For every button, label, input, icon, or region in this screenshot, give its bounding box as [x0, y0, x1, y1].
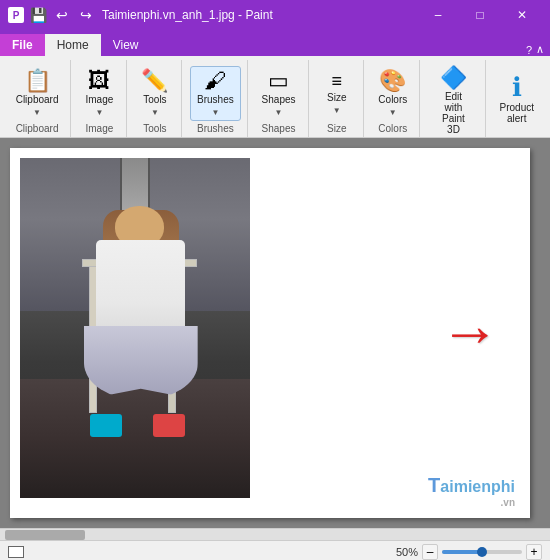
canvas-arrow: →	[440, 303, 500, 363]
ribbon-group-tools: ✏️ Tools ▼ Tools	[129, 60, 183, 137]
minimize-button[interactable]: –	[418, 0, 458, 30]
clipboard-button[interactable]: 📋 Clipboard ▼	[10, 67, 65, 120]
tab-home[interactable]: Home	[45, 34, 101, 56]
tools-button[interactable]: ✏️ Tools ▼	[135, 67, 175, 120]
tab-view[interactable]: View	[101, 34, 151, 56]
canvas-image	[20, 158, 250, 498]
colors-icon: 🎨	[379, 70, 406, 92]
zoom-label: 50%	[396, 546, 418, 558]
ribbon-group-image: 🖼 Image ▼ Image	[73, 60, 127, 137]
colors-group-label: Colors	[378, 123, 407, 137]
status-left	[8, 546, 388, 558]
brushes-group-label: Brushes	[197, 123, 234, 137]
shapes-button[interactable]: ▭ Shapes ▼	[256, 67, 302, 120]
watermark: Taimienphi .vn	[428, 474, 515, 508]
canvas-status-icon	[8, 546, 24, 558]
redo-quick-btn[interactable]: ↪	[76, 5, 96, 25]
colors-label: Colors	[378, 94, 407, 106]
tools-icon: ✏️	[141, 70, 168, 92]
tools-group-label: Tools	[143, 123, 166, 137]
window-controls: – □ ✕	[418, 0, 542, 30]
ribbon-group-brushes: 🖌 Brushes ▼ Brushes	[184, 60, 247, 137]
size-button[interactable]: ≡ Size ▼	[317, 69, 357, 118]
save-quick-btn[interactable]: 💾	[28, 5, 48, 25]
ribbon-tabs: File Home View ? ∧	[0, 30, 550, 56]
brushes-button[interactable]: 🖌 Brushes ▼	[190, 66, 241, 121]
close-button[interactable]: ✕	[502, 0, 542, 30]
window-title: Taimienphi.vn_anh_1.jpg - Paint	[102, 8, 273, 22]
clipboard-icon: 📋	[24, 70, 51, 92]
ribbon-group-clipboard: 📋 Clipboard ▼ Clipboard	[4, 60, 71, 137]
product-alert-icon: ℹ	[512, 74, 522, 100]
app-icon: P	[8, 7, 24, 23]
canvas-paper: → Taimienphi .vn	[10, 148, 530, 518]
colors-button[interactable]: 🎨 Colors ▼	[372, 67, 413, 120]
clipboard-group-label: Clipboard	[16, 123, 59, 137]
zoom-slider-thumb[interactable]	[477, 547, 487, 557]
paint3d-icon: 🔷	[440, 67, 467, 89]
image-icon: 🖼	[88, 70, 110, 92]
size-group-label: Size	[327, 123, 346, 137]
undo-quick-btn[interactable]: ↩	[52, 5, 72, 25]
edit-paint3d-button[interactable]: 🔷 Edit withPaint 3D	[430, 64, 476, 138]
ribbon-group-product-alert: ℹ Productalert	[488, 60, 546, 137]
brushes-icon: 🖌	[204, 70, 226, 92]
photo-person	[78, 206, 205, 437]
title-bar: P 💾 ↩ ↪ Taimienphi.vn_anh_1.jpg - Paint …	[0, 0, 550, 30]
canvas-scroll-area[interactable]: → Taimienphi .vn	[0, 138, 550, 528]
collapse-ribbon-icon[interactable]: ∧	[536, 43, 544, 56]
photo-background	[20, 158, 250, 498]
ribbon-group-shapes: ▭ Shapes ▼ Shapes	[250, 60, 309, 137]
product-alert-button[interactable]: ℹ Productalert	[494, 71, 540, 127]
ribbon: 📋 Clipboard ▼ Clipboard 🖼 Image ▼ Image …	[0, 56, 550, 138]
quick-access-toolbar: P 💾 ↩ ↪	[8, 5, 96, 25]
title-bar-left: P 💾 ↩ ↪ Taimienphi.vn_anh_1.jpg - Paint	[8, 5, 273, 25]
image-button[interactable]: 🖼 Image ▼	[79, 67, 119, 120]
zoom-slider-track	[442, 550, 482, 554]
h-scroll-thumb[interactable]	[5, 530, 85, 540]
help-icon: ?	[526, 44, 532, 56]
watermark-T: T	[428, 474, 440, 496]
image-group-label: Image	[85, 123, 113, 137]
maximize-button[interactable]: □	[460, 0, 500, 30]
ribbon-expand: ? ∧	[526, 43, 550, 56]
zoom-in-button[interactable]: +	[526, 544, 542, 560]
ribbon-group-size: ≡ Size ▼ Size	[311, 60, 365, 137]
watermark-brand: aimienphi	[440, 478, 515, 495]
ribbon-group-edit-paint3d: 🔷 Edit withPaint 3D	[422, 60, 485, 137]
size-icon: ≡	[332, 72, 343, 90]
ribbon-group-colors: 🎨 Colors ▼ Colors	[366, 60, 420, 137]
person-shoe-right	[153, 414, 185, 437]
watermark-domain: .vn	[428, 497, 515, 508]
tab-file[interactable]: File	[0, 34, 45, 56]
zoom-out-button[interactable]: –	[422, 544, 438, 560]
status-right: 50% – +	[396, 544, 542, 560]
person-shoe-left	[90, 414, 122, 437]
shapes-icon: ▭	[268, 70, 289, 92]
zoom-slider[interactable]	[442, 550, 522, 554]
person-skirt	[84, 326, 198, 400]
horizontal-scrollbar[interactable]	[0, 528, 550, 540]
status-bar: 50% – +	[0, 540, 550, 560]
shapes-group-label: Shapes	[262, 123, 296, 137]
